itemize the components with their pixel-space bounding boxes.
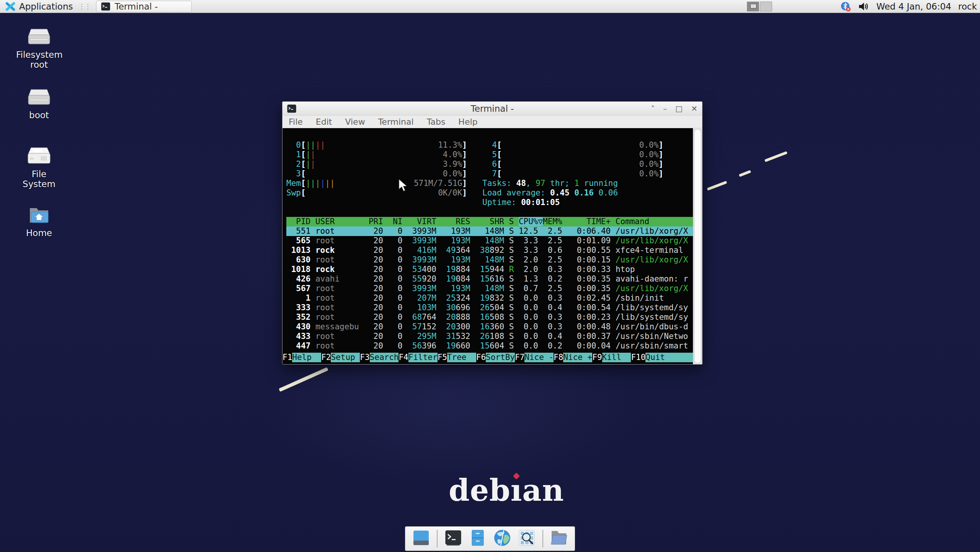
meter-label: 2 bbox=[286, 160, 301, 169]
dock-terminal-button[interactable] bbox=[444, 530, 462, 547]
debian-red-dot bbox=[513, 472, 520, 479]
drive-white-icon bbox=[16, 146, 62, 168]
terminal-window: Terminal - ˄ – □ ✕ FileEditViewTerminalT… bbox=[282, 101, 702, 365]
meter-label: 7 bbox=[482, 169, 497, 179]
dock-show-desktop-button[interactable] bbox=[412, 530, 430, 547]
panel-grip[interactable]: ⋮⋮ bbox=[78, 2, 91, 10]
htop-function-key-bar: F1Help F2Setup F3SearchF4FilterF5Tree F6… bbox=[283, 353, 693, 362]
fkey-F3[interactable]: F3Search bbox=[360, 353, 399, 362]
volume-icon[interactable] bbox=[858, 1, 869, 12]
wallpaper-dash bbox=[707, 181, 727, 191]
fkey-F6[interactable]: F6SortBy bbox=[476, 353, 515, 362]
dock-file-cabinet-button[interactable] bbox=[469, 530, 487, 547]
desktop-icon-label: File System bbox=[16, 169, 62, 189]
taskbar-window-button[interactable]: Terminal - bbox=[96, 1, 192, 12]
desktop-icon-home[interactable]: Home bbox=[16, 206, 62, 238]
menu-item-terminal[interactable]: Terminal bbox=[378, 117, 414, 127]
cpu-meter: 1[||4.0%] bbox=[286, 150, 467, 160]
process-row[interactable]: 1013 rock 20 0 416M 49364 38892 S 3.3 0.… bbox=[286, 246, 693, 255]
desktop-icon-filesystem-root[interactable]: Filesystem root bbox=[16, 27, 62, 70]
fkey-F9[interactable]: F9Kill bbox=[592, 353, 631, 362]
meter-value: 571M/7.51G bbox=[414, 179, 462, 188]
meter-label: 3 bbox=[286, 169, 301, 179]
process-row[interactable]: 352 root 20 0 68764 20888 16508 S 0.0 0.… bbox=[286, 313, 693, 322]
meter-label: 4 bbox=[482, 140, 497, 150]
meter-bars: || bbox=[306, 160, 315, 169]
scrollbar[interactable] bbox=[693, 128, 702, 364]
menu-item-edit[interactable]: Edit bbox=[316, 117, 332, 127]
dock bbox=[405, 526, 575, 551]
window-buttons: ˄ – □ ✕ bbox=[651, 105, 697, 112]
fkey-F4[interactable]: F4Filter bbox=[399, 353, 437, 362]
fkey-F8[interactable]: F8Nice + bbox=[554, 353, 592, 362]
wallpaper-dash bbox=[279, 367, 328, 392]
process-row[interactable]: 551 root 20 0 3993M 193M 148M S 12.5 2.5… bbox=[286, 226, 693, 236]
debian-watermark: debıan bbox=[449, 473, 564, 508]
meter-value: 0.0% bbox=[639, 140, 659, 150]
fkey-F7[interactable]: F7Nice - bbox=[515, 353, 554, 362]
process-row[interactable]: 565 root 20 0 3993M 193M 148M S 3.3 2.5 … bbox=[286, 236, 693, 246]
meter-bars: || bbox=[306, 150, 315, 159]
window-menu-bar: FileEditViewTerminalTabsHelp bbox=[283, 116, 702, 128]
process-row[interactable]: 447 root 20 0 56396 19660 15604 S 0.0 0.… bbox=[286, 341, 693, 351]
menu-item-tabs[interactable]: Tabs bbox=[427, 117, 446, 127]
cpu-meter: Swp[0K/0K] bbox=[286, 188, 467, 198]
maximize-button[interactable]: □ bbox=[675, 105, 683, 112]
meter-value: 4.0% bbox=[443, 150, 462, 160]
meter-label: 6 bbox=[482, 160, 497, 169]
tasks-line: Tasks: 48, 97 thr; 1 running bbox=[482, 179, 663, 188]
dock-separator bbox=[437, 530, 438, 547]
meter-value: 0.0% bbox=[639, 169, 659, 179]
process-row[interactable]: 333 root 20 0 103M 30696 26504 S 0.0 0.4… bbox=[286, 303, 693, 313]
fkey-F2[interactable]: F2Setup bbox=[321, 353, 360, 362]
desktop-icon-boot[interactable]: boot bbox=[16, 87, 62, 120]
process-row[interactable]: 426 avahi 20 0 55920 19084 15616 S 1.3 0… bbox=[286, 274, 693, 284]
desktop-icon-label: Home bbox=[16, 228, 62, 238]
fkey-F5[interactable]: F5Tree bbox=[438, 353, 476, 362]
workspace-pager[interactable] bbox=[747, 2, 772, 11]
cpu-meter: 6[0.0%] bbox=[482, 160, 663, 169]
bluetooth-icon[interactable] bbox=[840, 1, 851, 12]
terminal-icon bbox=[101, 2, 110, 11]
close-button[interactable]: ✕ bbox=[691, 105, 697, 112]
minimize-button[interactable]: – bbox=[663, 105, 667, 112]
meter-label: Mem bbox=[286, 179, 301, 188]
fkey-F1[interactable]: F1Help bbox=[283, 353, 321, 362]
dock-file-folder-button[interactable] bbox=[550, 530, 568, 547]
workspace-1[interactable] bbox=[747, 2, 759, 11]
panel-right-area: Wed 4 Jan, 06:04 rock bbox=[747, 0, 980, 13]
dock-app-finder-button[interactable] bbox=[518, 530, 536, 547]
process-row[interactable]: 433 root 20 0 295M 31532 26108 S 0.0 0.4… bbox=[286, 332, 693, 341]
process-row[interactable]: 1 root 20 0 207M 25324 19832 S 0.0 0.3 0… bbox=[286, 293, 693, 303]
process-row[interactable]: 1018 rock 20 0 53400 19884 15944 R 2.0 0… bbox=[286, 265, 693, 274]
meter-label: 1 bbox=[286, 150, 301, 160]
scrollbar-thumb[interactable] bbox=[694, 129, 701, 363]
fkey-F10[interactable]: F10Quit bbox=[631, 353, 693, 362]
dock-web-browser-button[interactable] bbox=[493, 530, 511, 547]
rollup-button[interactable]: ˄ bbox=[651, 105, 655, 112]
load-average-line: Load average: 0.45 0.16 0.06 bbox=[482, 188, 663, 198]
applications-menu-button[interactable]: Applications bbox=[0, 0, 78, 13]
menu-item-view[interactable]: View bbox=[345, 117, 365, 127]
menu-item-file[interactable]: File bbox=[289, 117, 303, 127]
meter-value: 0K/0K bbox=[438, 188, 462, 198]
drive-icon bbox=[16, 27, 62, 48]
process-row[interactable]: 630 root 20 0 3993M 193M 148M S 2.0 2.5 … bbox=[286, 255, 693, 265]
meter-label: 0 bbox=[286, 140, 301, 150]
workspace-2[interactable] bbox=[760, 2, 772, 11]
process-row[interactable]: 567 root 20 0 3993M 193M 148M S 0.7 2.5 … bbox=[286, 284, 693, 293]
meter-value: 0.0% bbox=[639, 150, 659, 160]
desktop-icon-file-system[interactable]: File System bbox=[16, 146, 62, 189]
meter-value: 11.3% bbox=[438, 140, 462, 150]
process-row[interactable]: 430 messagebu 20 0 57152 20300 16360 S 0… bbox=[286, 322, 693, 332]
window-title-bar[interactable]: Terminal - ˄ – □ ✕ bbox=[283, 102, 702, 116]
home-folder-icon bbox=[16, 206, 62, 226]
file-folder-icon bbox=[550, 529, 568, 548]
cpu-meter: 5[0.0%] bbox=[482, 150, 663, 160]
htop-process-table: PID USER PRI NI VIRT RES SHR S CPU%▽MEM%… bbox=[286, 207, 693, 351]
window-title: Terminal - bbox=[283, 104, 702, 114]
menu-item-help[interactable]: Help bbox=[458, 117, 477, 127]
panel-clock[interactable]: Wed 4 Jan, 06:04 bbox=[876, 2, 951, 11]
sort-column-header[interactable]: CPU%▽ bbox=[519, 217, 543, 226]
cpu-meter: Mem[||||||571M/7.51G] bbox=[286, 179, 467, 188]
